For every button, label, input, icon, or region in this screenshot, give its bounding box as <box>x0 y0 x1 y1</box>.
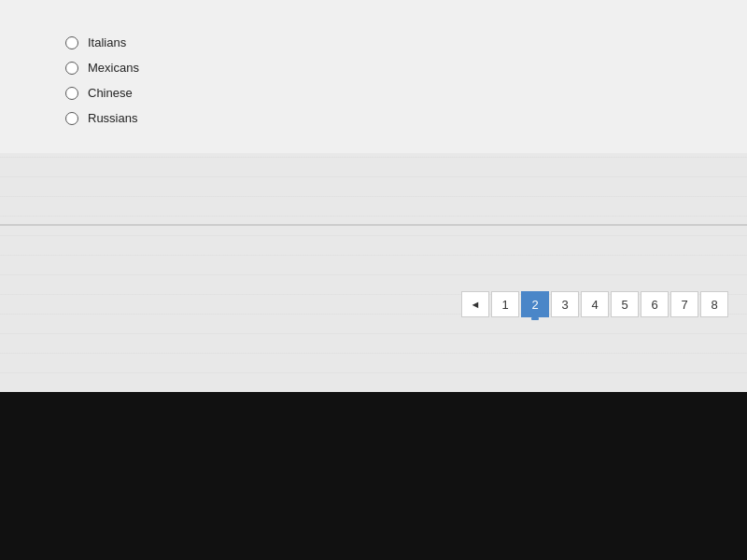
radio-mexicans[interactable] <box>65 62 78 75</box>
pagination-page-8[interactable]: 8 <box>700 291 728 317</box>
pagination-page-2[interactable]: 2 <box>521 291 549 317</box>
option-label-mexicans: Mexicans <box>88 61 139 75</box>
radio-russians[interactable] <box>65 112 78 125</box>
option-item-mexicans[interactable]: Mexicans <box>65 61 691 75</box>
divider-line <box>0 224 747 226</box>
pagination-page-1[interactable]: 1 <box>491 291 519 317</box>
radio-chinese[interactable] <box>65 87 78 100</box>
option-item-chinese[interactable]: Chinese <box>65 86 691 100</box>
question-panel: ItaliansMexicansChineseRussians <box>0 0 747 153</box>
option-label-chinese: Chinese <box>88 86 133 100</box>
pagination-page-6[interactable]: 6 <box>641 291 669 317</box>
pagination-page-3[interactable]: 3 <box>551 291 579 317</box>
option-label-italians: Italians <box>88 35 126 49</box>
black-bottom-bar <box>0 392 747 560</box>
radio-italians[interactable] <box>65 36 78 49</box>
pagination-page-7[interactable]: 7 <box>670 291 698 317</box>
option-item-russians[interactable]: Russians <box>65 111 691 125</box>
option-label-russians: Russians <box>88 111 137 125</box>
main-content-area: ItaliansMexicansChineseRussians ◄1234567… <box>0 0 747 392</box>
options-list: ItaliansMexicansChineseRussians <box>65 35 691 125</box>
option-item-italians[interactable]: Italians <box>65 35 691 49</box>
pagination: ◄12345678 <box>461 291 728 317</box>
pagination-page-4[interactable]: 4 <box>581 291 609 317</box>
pagination-prev-button[interactable]: ◄ <box>461 291 489 317</box>
pagination-page-5[interactable]: 5 <box>611 291 639 317</box>
